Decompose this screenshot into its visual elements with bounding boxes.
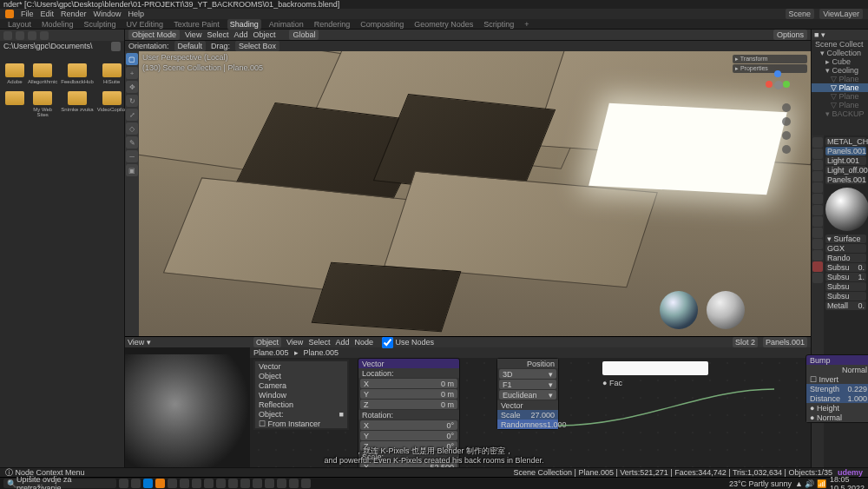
- tab-add[interactable]: +: [522, 19, 531, 30]
- tool-annotate-icon[interactable]: ✎: [126, 136, 138, 149]
- taskbar-app-icon[interactable]: [228, 479, 238, 488]
- prop-tab-render-icon[interactable]: [812, 137, 823, 148]
- feature-dropdown[interactable]: F1▾: [499, 380, 556, 389]
- taskbar-blender-icon[interactable]: [155, 479, 165, 488]
- tab-layout[interactable]: Layout: [5, 19, 34, 30]
- zoom-icon[interactable]: [782, 103, 791, 112]
- node-menu-node[interactable]: Node: [354, 338, 373, 347]
- prop-tab-world-icon[interactable]: [812, 182, 823, 193]
- outliner-item[interactable]: Scene Collect: [812, 40, 868, 49]
- outliner-item[interactable]: ▾ Ceoling: [812, 66, 868, 75]
- prop-tab-physics-icon[interactable]: [812, 228, 823, 238]
- bump-node[interactable]: Bump Normal ☐ Invert Strength0.229 Dista…: [806, 354, 868, 423]
- folder-item[interactable]: Adobe: [5, 63, 24, 84]
- folder-item[interactable]: My Web Sites: [28, 91, 57, 117]
- outliner-item[interactable]: ▽ Plane: [812, 75, 868, 83]
- bump-strength[interactable]: Strength0.229: [806, 384, 868, 393]
- tab-uv[interactable]: UV Editing: [124, 19, 167, 30]
- vp-menu-select[interactable]: Select: [207, 30, 228, 39]
- tab-animation[interactable]: Animation: [266, 19, 306, 30]
- taskbar-app-icon[interactable]: [253, 479, 262, 488]
- node-menu-view[interactable]: View: [286, 338, 303, 347]
- vp-menu-view[interactable]: View: [185, 30, 201, 39]
- folder-item[interactable]: HiSuite: [97, 63, 127, 84]
- dim-dropdown[interactable]: 3D▾: [499, 369, 556, 379]
- subsurf-method[interactable]: Rando: [825, 254, 866, 262]
- tool-cursor-icon[interactable]: +: [126, 67, 138, 79]
- transform-orientation[interactable]: Global: [289, 30, 319, 40]
- tab-texpaint[interactable]: Texture Paint: [171, 19, 222, 30]
- tab-shading[interactable]: Shading: [227, 19, 261, 30]
- tray-icons[interactable]: ▲ 🔊 📶: [795, 479, 826, 488]
- metall-row[interactable]: Metall0.: [825, 301, 866, 310]
- pan-icon[interactable]: [782, 117, 791, 126]
- taskbar-app-icon[interactable]: [289, 479, 299, 488]
- nav-up-icon[interactable]: [28, 31, 36, 40]
- mode-dropdown[interactable]: Object Mode: [128, 30, 180, 40]
- prop-tab-data-icon[interactable]: [812, 250, 823, 261]
- bump-distance[interactable]: Distance1.000: [806, 393, 868, 403]
- metric-dropdown[interactable]: Euclidean▾: [499, 390, 556, 400]
- prop-tab-output-icon[interactable]: [812, 149, 823, 159]
- nav-fwd-icon[interactable]: [16, 31, 24, 40]
- scale-field[interactable]: Scale27.000: [497, 410, 558, 420]
- folder-item[interactable]: Allegorithmic: [28, 63, 57, 84]
- taskbar-app-icon[interactable]: [119, 479, 128, 488]
- navigation-gizmo[interactable]: [762, 69, 793, 100]
- obj-pin[interactable]: Plane.005: [253, 348, 289, 357]
- taskbar-app-icon[interactable]: [216, 479, 226, 488]
- prop-tab-object-icon[interactable]: [812, 194, 823, 204]
- weather-widget[interactable]: 23°C Partly sunny: [729, 479, 792, 488]
- loc-y[interactable]: Y0 m: [360, 389, 457, 399]
- options-button[interactable]: Options: [773, 30, 807, 40]
- loc-x[interactable]: X0 m: [360, 379, 457, 388]
- tab-compositing[interactable]: Compositing: [358, 19, 406, 30]
- menu-render[interactable]: Render: [61, 10, 87, 18]
- menu-file[interactable]: File: [21, 10, 34, 18]
- fb-path[interactable]: C:\Users\gpc\Documents\: [0, 41, 124, 51]
- node-type-dropdown[interactable]: Object: [253, 337, 281, 347]
- menu-edit[interactable]: Edit: [41, 10, 55, 18]
- voronoi-node[interactable]: Position 3D▾ F1▾ Euclidean▾ Vector Scale…: [496, 358, 559, 430]
- folder-item[interactable]: FeedbackHub: [61, 63, 93, 84]
- vp-menu-add[interactable]: Add: [233, 30, 247, 39]
- object-field[interactable]: ■: [339, 410, 344, 419]
- outliner-item[interactable]: ▽ Plane: [812, 101, 868, 109]
- taskbar-app-icon[interactable]: [131, 479, 141, 488]
- obj-pin2[interactable]: Plane.005: [304, 348, 339, 357]
- img-view[interactable]: View ▾: [128, 338, 151, 347]
- image-preview[interactable]: [125, 354, 250, 479]
- node-menu-select[interactable]: Select: [308, 338, 330, 347]
- drag-dropdown[interactable]: Select Box: [235, 41, 279, 51]
- loc-z[interactable]: Z0 m: [360, 400, 457, 409]
- subsu-row3[interactable]: Subsu: [825, 282, 866, 291]
- clock[interactable]: 18:0510.5.2022: [830, 475, 865, 490]
- outliner-mode[interactable]: ■ ▾: [814, 30, 825, 39]
- taskbar-app-icon[interactable]: [265, 479, 274, 488]
- outliner-item[interactable]: ▽ Plane: [812, 83, 868, 92]
- prop-tab-texture-icon[interactable]: [812, 273, 823, 283]
- taskbar-app-icon[interactable]: [180, 479, 189, 488]
- outliner-item[interactable]: ▾ BACKUP: [812, 109, 868, 118]
- color-field[interactable]: [602, 361, 708, 375]
- folder-item[interactable]: [5, 91, 24, 117]
- vp-menu-object[interactable]: Object: [253, 30, 275, 39]
- tab-rendering[interactable]: Rendering: [312, 19, 353, 30]
- use-nodes-checkbox[interactable]: [382, 337, 393, 348]
- rot-y[interactable]: Y0°: [360, 431, 457, 440]
- taskbar-app-icon[interactable]: [301, 479, 311, 488]
- tab-scripting[interactable]: Scripting: [481, 19, 516, 30]
- taskbar-tray[interactable]: 23°C Partly sunny ▲ 🔊 📶 18:0510.5.2022: [729, 475, 865, 490]
- tool-measure-icon[interactable]: ─: [126, 150, 138, 162]
- n-panel-transform[interactable]: ▸ Transform: [733, 55, 807, 63]
- taskbar-app-icon[interactable]: [143, 479, 153, 488]
- randomness-field[interactable]: Randomness1.000: [497, 420, 558, 429]
- tab-modeling[interactable]: Modeling: [39, 19, 76, 30]
- mat-slot-3[interactable]: Light.001: [825, 156, 866, 165]
- 3d-viewport[interactable]: User Perspective (Local) (130) Scene Col…: [139, 51, 811, 336]
- taskbar-app-icon[interactable]: [240, 479, 250, 488]
- bump-invert[interactable]: ☐ Invert: [806, 374, 868, 384]
- subsu-row4[interactable]: Subsu: [825, 292, 866, 301]
- tab-sculpting[interactable]: Sculpting: [82, 19, 119, 30]
- nav-refresh-icon[interactable]: [40, 31, 49, 40]
